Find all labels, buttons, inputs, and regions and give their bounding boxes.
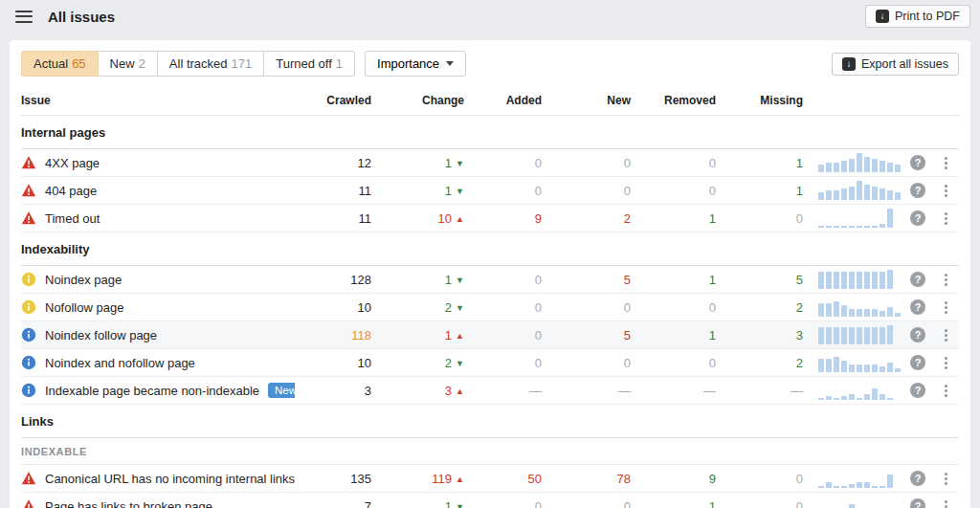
sparkline-bar	[887, 209, 893, 228]
help-icon[interactable]: ?	[910, 355, 925, 370]
row-menu-button[interactable]	[932, 274, 959, 286]
filter-tab-label: Turned off	[276, 56, 332, 71]
trend-sparkline	[803, 353, 903, 372]
download-doc-icon	[876, 10, 889, 23]
change-value: 1▲	[371, 328, 464, 342]
sparkline-bar	[834, 301, 839, 317]
help-cell: ?	[903, 471, 932, 486]
help-icon[interactable]: ?	[910, 155, 925, 170]
issue-label[interactable]: Noindex and nofollow page	[45, 356, 195, 370]
help-cell: ?	[903, 183, 932, 198]
help-icon[interactable]: ?	[910, 471, 925, 486]
triangle-down-icon: ▼	[456, 159, 464, 168]
issue-label[interactable]: 4XX page	[45, 156, 100, 170]
table-row[interactable]: Noindex and nofollow page102▼0002?	[21, 349, 959, 377]
table-body: Internal pages4XX page121▼0001?404 page1…	[21, 116, 959, 508]
sparkline-bar	[880, 188, 885, 200]
table-row[interactable]: Page has links to broken page71▼0010?	[21, 493, 959, 508]
sparkline-bar	[818, 486, 824, 488]
crawled-value: 3	[295, 384, 371, 398]
help-icon[interactable]: ?	[910, 272, 925, 287]
chevron-down-icon	[446, 61, 454, 66]
red-warning-triangle-icon	[21, 155, 36, 170]
sparkline-bar	[857, 364, 862, 372]
table-row[interactable]: Noindex page1281▼0515?	[21, 266, 959, 294]
table-row[interactable]: Canonical URL has no incoming internal l…	[21, 465, 959, 493]
sparkline-bar	[834, 190, 839, 200]
new-badge: New	[268, 383, 295, 398]
sparkline-bar	[826, 163, 832, 172]
print-to-pdf-button[interactable]: Print to PDF	[865, 5, 970, 28]
help-icon[interactable]: ?	[910, 498, 925, 508]
triangle-up-icon: ▲	[456, 214, 464, 224]
sparkline-bar	[887, 325, 893, 344]
filter-tab-count: 1	[336, 56, 343, 71]
issue-label[interactable]: Page has links to broken page	[45, 499, 212, 508]
issue-label[interactable]: Noindex page	[45, 273, 122, 287]
sparkline-bar	[864, 157, 870, 172]
help-icon[interactable]: ?	[910, 327, 925, 342]
help-cell: ?	[903, 155, 932, 170]
sparkline-bar	[818, 398, 824, 400]
sparkline-bar	[841, 305, 847, 317]
issue-label[interactable]: Nofollow page	[45, 300, 123, 315]
filter-tab-actual[interactable]: Actual65	[21, 51, 99, 77]
row-menu-button[interactable]	[932, 473, 959, 485]
kebab-menu-icon	[945, 185, 947, 197]
kebab-menu-icon	[945, 274, 947, 286]
filter-tab-all-tracked[interactable]: All tracked171	[157, 51, 264, 77]
table-row[interactable]: Indexable page became non-indexableNew33…	[21, 377, 959, 405]
hamburger-menu-icon[interactable]	[15, 11, 33, 23]
help-icon[interactable]: ?	[910, 299, 925, 315]
table-row[interactable]: 404 page111▼0001?	[21, 177, 959, 205]
sparkline-bar	[872, 226, 878, 228]
red-warning-triangle-icon	[21, 210, 36, 226]
sparkline-bar	[857, 309, 862, 317]
page-title: All issues	[48, 9, 115, 25]
sparkline-bar	[880, 486, 885, 488]
row-menu-button[interactable]	[932, 157, 959, 169]
sparkline-bar	[857, 181, 862, 200]
issue-label[interactable]: Timed out	[45, 211, 100, 226]
row-menu-button[interactable]	[932, 385, 959, 397]
filter-tab-turned-off[interactable]: Turned off1	[263, 51, 355, 77]
table-row[interactable]: Timed out1110▲9210?	[21, 205, 959, 232]
added-value: 0	[464, 499, 542, 508]
triangle-down-icon: ▼	[456, 187, 464, 196]
help-icon[interactable]: ?	[910, 183, 925, 198]
change-number: 1	[445, 184, 452, 198]
sparkline-bar	[887, 163, 893, 172]
triangle-down-icon: ▼	[456, 502, 464, 508]
table-row[interactable]: Nofollow page102▼0002?	[21, 294, 959, 321]
issue-label[interactable]: 404 page	[45, 184, 97, 198]
table-row[interactable]: Noindex follow page1181▲0513?	[21, 321, 959, 349]
sparkline-bar	[864, 482, 870, 488]
help-cell: ?	[903, 327, 932, 342]
help-icon[interactable]: ?	[910, 383, 925, 398]
issue-label[interactable]: Indexable page became non-indexable	[45, 384, 259, 398]
issue-label[interactable]: Canonical URL has no incoming internal l…	[45, 472, 295, 486]
importance-dropdown[interactable]: Importance	[365, 51, 466, 77]
sparkline-bar	[864, 309, 870, 317]
help-icon[interactable]: ?	[910, 210, 925, 226]
row-menu-button[interactable]	[932, 185, 959, 197]
row-menu-button[interactable]	[932, 329, 959, 342]
change-number: 3	[445, 384, 452, 398]
row-menu-button[interactable]	[932, 500, 959, 508]
change-value: 10▲	[371, 211, 464, 226]
filter-tab-new[interactable]: New2	[98, 51, 158, 77]
filter-tab-label: All tracked	[169, 56, 228, 71]
row-menu-button[interactable]	[932, 301, 959, 314]
row-menu-button[interactable]	[932, 357, 959, 369]
sparkline-bar	[818, 272, 824, 289]
table-row[interactable]: 4XX page121▼0001?	[21, 149, 959, 177]
export-all-issues-button[interactable]: Export all issues	[832, 53, 959, 76]
row-menu-button[interactable]	[932, 212, 959, 225]
col-header-missing: Missing	[716, 94, 803, 107]
issue-label[interactable]: Noindex follow page	[45, 328, 157, 342]
sparkline-bar	[857, 272, 862, 289]
filter-tab-label: New	[110, 56, 135, 71]
change-number: 10	[438, 211, 452, 226]
filter-tab-count: 2	[139, 56, 145, 71]
new-value: —	[542, 384, 631, 398]
